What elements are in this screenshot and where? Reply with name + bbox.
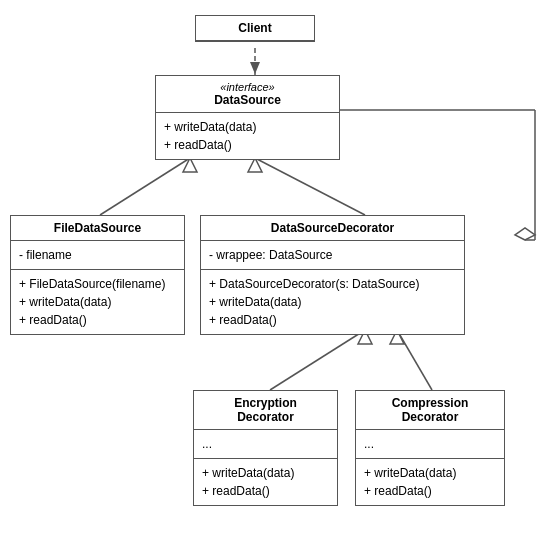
datasourcedecorator-method-2: + writeData(data) [209, 293, 456, 311]
datasource-method-1: + writeData(data) [164, 118, 331, 136]
uml-diagram: Client «interface» DataSource + writeDat… [0, 0, 540, 550]
svg-marker-5 [248, 158, 262, 172]
datasourcedecorator-name: DataSourceDecorator [271, 221, 394, 235]
datasourcedecorator-methods: + DataSourceDecorator(s: DataSource) + w… [201, 270, 464, 334]
datasourcedecorator-header: DataSourceDecorator [201, 216, 464, 241]
datasourcedecorator-field-1: - wrappee: DataSource [209, 246, 456, 264]
client-header: Client [196, 16, 314, 41]
encryptiondecorator-methods: + writeData(data) + readData() [194, 459, 337, 505]
compressiondecorator-method-1: + writeData(data) [364, 464, 496, 482]
filedatasource-header: FileDataSource [11, 216, 184, 241]
client-box: Client [195, 15, 315, 42]
encryptiondecorator-header: EncryptionDecorator [194, 391, 337, 430]
datasource-box: «interface» DataSource + writeData(data)… [155, 75, 340, 160]
datasource-method-2: + readData() [164, 136, 331, 154]
filedatasource-field-1: - filename [19, 246, 176, 264]
compressiondecorator-ellipsis: ... [364, 435, 496, 453]
filedatasource-methods: + FileDataSource(filename) + writeData(d… [11, 270, 184, 334]
client-name: Client [238, 21, 271, 35]
encryptiondecorator-box: EncryptionDecorator ... + writeData(data… [193, 390, 338, 506]
filedatasource-method-2: + writeData(data) [19, 293, 176, 311]
svg-line-13 [397, 330, 432, 390]
filedatasource-method-1: + FileDataSource(filename) [19, 275, 176, 293]
svg-line-11 [270, 330, 365, 390]
datasource-header: «interface» DataSource [156, 76, 339, 113]
datasourcedecorator-box: DataSourceDecorator - wrappee: DataSourc… [200, 215, 465, 335]
datasourcedecorator-fields: - wrappee: DataSource [201, 241, 464, 270]
datasource-name: DataSource [164, 93, 331, 107]
datasource-methods: + writeData(data) + readData() [156, 113, 339, 159]
compressiondecorator-header: CompressionDecorator [356, 391, 504, 430]
filedatasource-fields: - filename [11, 241, 184, 270]
compressiondecorator-fields: ... [356, 430, 504, 459]
datasource-stereotype: «interface» [164, 81, 331, 93]
svg-line-4 [255, 158, 365, 215]
filedatasource-box: FileDataSource - filename + FileDataSour… [10, 215, 185, 335]
datasourcedecorator-method-1: + DataSourceDecorator(s: DataSource) [209, 275, 456, 293]
svg-marker-10 [515, 228, 535, 240]
svg-marker-1 [250, 62, 260, 74]
encryptiondecorator-method-2: + readData() [202, 482, 329, 500]
datasourcedecorator-method-3: + readData() [209, 311, 456, 329]
compressiondecorator-name: CompressionDecorator [392, 396, 469, 424]
encryptiondecorator-name: EncryptionDecorator [234, 396, 297, 424]
encryptiondecorator-fields: ... [194, 430, 337, 459]
filedatasource-method-3: + readData() [19, 311, 176, 329]
filedatasource-name: FileDataSource [54, 221, 141, 235]
encryptiondecorator-method-1: + writeData(data) [202, 464, 329, 482]
encryptiondecorator-ellipsis: ... [202, 435, 329, 453]
compressiondecorator-method-2: + readData() [364, 482, 496, 500]
svg-marker-3 [183, 158, 197, 172]
svg-line-2 [100, 158, 190, 215]
compressiondecorator-box: CompressionDecorator ... + writeData(dat… [355, 390, 505, 506]
compressiondecorator-methods: + writeData(data) + readData() [356, 459, 504, 505]
